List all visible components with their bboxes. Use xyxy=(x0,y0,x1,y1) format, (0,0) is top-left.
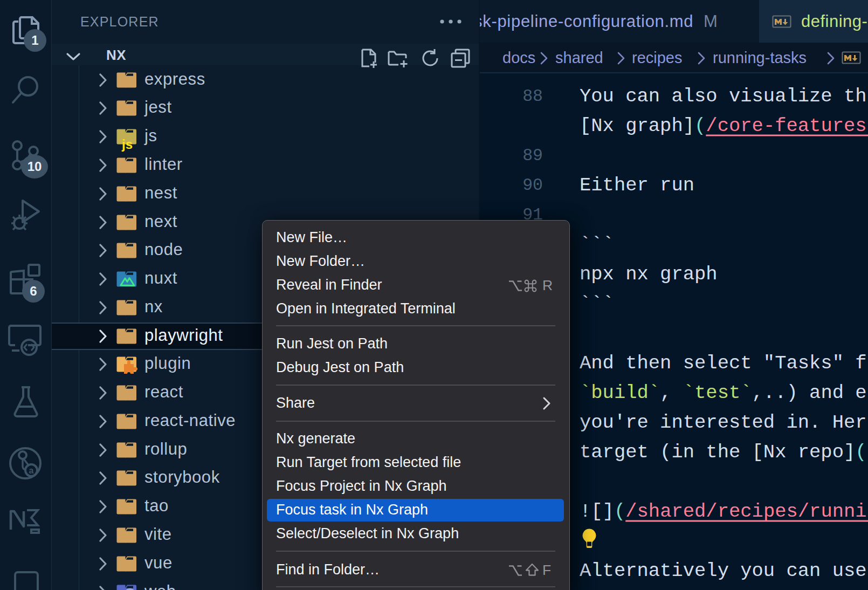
svg-text:1: 1 xyxy=(31,33,38,47)
svg-text:js: js xyxy=(121,137,133,152)
svg-text:10: 10 xyxy=(27,159,42,174)
svg-text:6: 6 xyxy=(30,284,37,298)
svg-text:a: a xyxy=(29,466,34,475)
